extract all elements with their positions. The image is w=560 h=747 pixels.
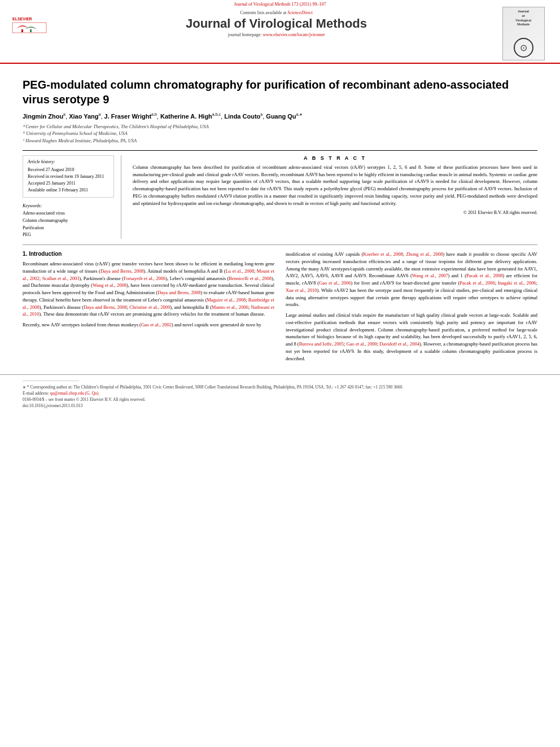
keywords-section: Keywords: Adeno-associated virus Column … — [23, 203, 114, 239]
footer-issn: 0166-0934/$ – see front matter © 2011 El… — [23, 397, 537, 402]
ref-pacak-2008[interactable]: Pacak et al., 2008 — [466, 273, 502, 278]
journal-cover-box: Journal of Virological Methods ⊙ — [502, 7, 545, 60]
abstract-text: Column chromatography has been described… — [133, 164, 537, 207]
intro-right-col: modification of existing AAV capsids (Ko… — [286, 251, 537, 365]
ref-bennicelli-2008[interactable]: Bennicelli et al., 2008 — [229, 276, 272, 281]
ref-inagaki-2006[interactable]: Inagaki et al., 2006 — [498, 280, 536, 286]
intro-right-para-1: modification of existing AAV capsids (Ko… — [286, 251, 537, 308]
page-footer: ∗ * Corresponding author at: The Childre… — [0, 374, 560, 412]
section-divider — [23, 244, 537, 245]
affiliation-c: ᶜ Howard Hughes Medical Institute, Phila… — [23, 137, 537, 145]
ref-burova-2005[interactable]: Burova and Ioffe, 2005 — [299, 341, 344, 347]
journal-homepage: journal homepage: www.elsevier.com/locat… — [55, 32, 498, 37]
page-wrapper: Journal of Virological Methods 173 (2011… — [0, 0, 560, 747]
history-available: Available online 3 February 2011 — [28, 187, 109, 194]
introduction-section: 1. Introduction Recombinant adeno-associ… — [23, 251, 537, 365]
ref-maguire-2008[interactable]: Maguire et al., 2008 — [207, 297, 246, 303]
ref-wang-2008[interactable]: Wang et al., 2008 — [93, 282, 126, 288]
cover-icon: ⊙ — [514, 38, 533, 58]
copyright-line: © 2011 Elsevier B.V. All rights reserved… — [133, 210, 537, 215]
ref-daya-2008[interactable]: Daya and Berns, 2008 — [100, 268, 143, 274]
intro-left-col: 1. Introduction Recombinant adeno-associ… — [23, 251, 274, 365]
journal-meta-top: Journal of Virological Methods 173 (2011… — [0, 2, 560, 7]
history-revised: Received in revised form 19 January 2011 — [28, 173, 109, 180]
affiliation-b: ᵇ University of Pennsylvania School of M… — [23, 130, 537, 137]
keyword-2: Column chromatography — [23, 217, 114, 225]
keyword-3: Purification — [23, 225, 114, 232]
abstract-section: A B S T R A C T Column chromatography ha… — [133, 155, 537, 216]
svg-rect-3 — [30, 29, 32, 32]
affiliations: ᵃ Center for Cellular and Molecular Ther… — [23, 123, 537, 145]
authors-line: Jingmin Zhoua, Xiao Yanga, J. Fraser Wri… — [23, 112, 537, 120]
intro-section-title: 1. Introduction — [23, 251, 274, 257]
history-received: Received 27 August 2010 — [28, 167, 109, 173]
article-title: PEG-modulated column chromatography for … — [23, 77, 537, 107]
ref-daya-berns-2008c[interactable]: Daya and Berns, 2008 — [84, 304, 126, 310]
keyword-4: PEG — [23, 231, 114, 239]
intro-right-para-2: Large animal studies and clinical trials… — [286, 312, 537, 362]
main-content: PEG-modulated column chromatography for … — [0, 64, 560, 374]
cover-title: Journal of Virological Methods — [515, 10, 531, 27]
footnote-email-link[interactable]: qu@email.chop.edu (G. Qu). — [50, 391, 99, 396]
header-left: ELSEVIER — [11, 2, 55, 40]
sciencedirect-link[interactable]: ScienceDirect — [287, 10, 313, 15]
ref-lu-2008[interactable]: Lu et al., 2008 — [226, 268, 254, 274]
history-accepted: Accepted 25 January 2011 — [28, 180, 109, 187]
ref-koerber-2008[interactable]: Koerber et al., 2008 — [363, 251, 403, 257]
ref-wang-2007[interactable]: Wang et al., 2007 — [412, 273, 448, 278]
intro-para-1: Recombinant adeno-associated virus (rAAV… — [23, 260, 274, 318]
history-box-title: Article history: — [28, 159, 109, 164]
footnote-divider — [23, 381, 79, 381]
ref-gao-2002[interactable]: Gao et al., 2002 — [141, 322, 172, 327]
header-right: Journal of Virological Methods ⊙ — [498, 2, 549, 63]
journal-title-main: Journal of Virological Methods — [55, 16, 498, 31]
ref-daya-berns-2008b[interactable]: Daya and Berns, 2008 — [158, 290, 200, 295]
affiliation-a: ᵃ Center for Cellular and Molecular Ther… — [23, 123, 537, 130]
contents-line: Contents lists available at ScienceDirec… — [55, 10, 498, 15]
footnote-email: E-mail address: qu@email.chop.edu (G. Qu… — [23, 391, 537, 396]
ref-christine-2009[interactable]: Christine et al., 2009 — [129, 304, 170, 310]
footnote-star: ∗ * Corresponding author at: The Childre… — [23, 385, 537, 390]
ref-gao-2000[interactable]: Gao et al., 2000 — [347, 341, 377, 347]
article-history-box: Article history: Received 27 August 2010… — [23, 155, 114, 198]
ref-scallan-2003[interactable]: Scallan et al., 2003 — [42, 276, 80, 281]
elsevier-logo-icon: ELSEVIER — [11, 12, 48, 35]
ref-forsayeth-2006[interactable]: Forsayeth et al., 2006 — [124, 276, 165, 281]
ref-manno-2006[interactable]: Manno et al., 2006 — [212, 304, 248, 310]
keywords-title: Keywords: — [23, 203, 114, 208]
svg-rect-2 — [21, 29, 23, 32]
journal-header: Journal of Virological Methods 173 (2011… — [0, 0, 560, 64]
left-column: Article history: Received 27 August 2010… — [23, 155, 121, 239]
ref-davidoff-2004[interactable]: Davidoff et al., 2004 — [379, 341, 419, 347]
homepage-url[interactable]: www.elsevier.com/locate/jviromet — [263, 32, 325, 37]
ref-xue-2010[interactable]: Xue et al., 2010 — [286, 287, 317, 293]
intro-para-2: Recently, new AAV serotypes isolated fro… — [23, 321, 274, 329]
right-column: A B S T R A C T Column chromatography ha… — [133, 155, 537, 239]
footer-doi: doi:10.1016/j.jviromet.2011.01.013 — [23, 403, 537, 408]
ref-gao-2006[interactable]: Gao et al., 2006 — [319, 280, 351, 286]
svg-text:ELSEVIER: ELSEVIER — [12, 17, 32, 21]
two-col-section: Article history: Received 27 August 2010… — [23, 150, 537, 239]
keyword-1: Adeno-associated virus — [23, 210, 114, 217]
ref-pacak-2006[interactable]: Pacak et al., 2006 — [460, 280, 495, 286]
abstract-title: A B S T R A C T — [133, 155, 537, 161]
header-center: Contents lists available at ScienceDirec… — [55, 2, 498, 40]
journal-citation: Journal of Virological Methods 173 (2011… — [234, 2, 326, 7]
ref-zhong-2008[interactable]: Zhong et al., 2008 — [406, 251, 443, 257]
